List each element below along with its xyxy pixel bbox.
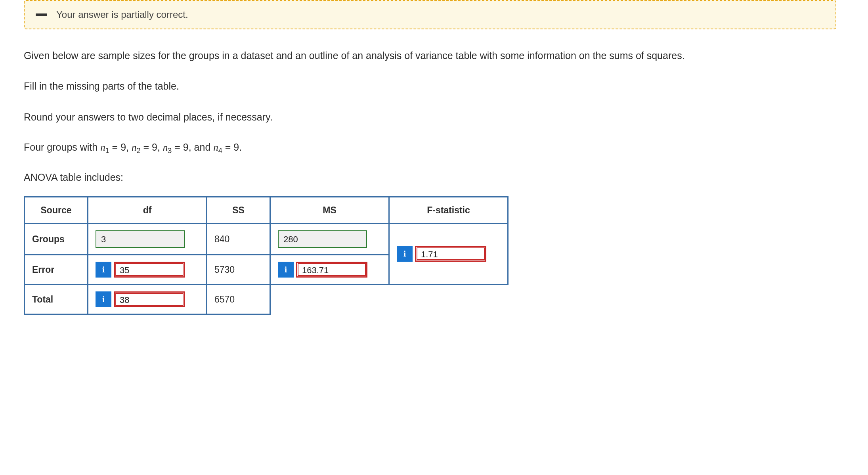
n2-value: 9 (152, 142, 157, 153)
header-f: F-statistic (389, 197, 508, 223)
period: . (239, 142, 242, 153)
row-label-total: Total (25, 284, 88, 314)
info-icon[interactable]: i (278, 262, 294, 278)
error-df-input-wrap: i 35 (96, 262, 185, 278)
info-icon[interactable]: i (96, 262, 111, 278)
eq3: = (174, 142, 183, 153)
intro-paragraph-2: Fill in the missing parts of the table. (24, 79, 836, 94)
row-label-error: Error (25, 255, 88, 284)
header-df: df (88, 197, 207, 223)
intro-paragraph-1: Given below are sample sizes for the gro… (24, 48, 836, 63)
anova-includes-label: ANOVA table includes: (24, 170, 836, 185)
n4-value: 9 (233, 142, 239, 153)
error-ms-input-wrap: i 163.71 (278, 262, 367, 278)
total-ss-value: 6570 (207, 284, 270, 314)
header-ms: MS (270, 197, 389, 223)
eq1: = (112, 142, 121, 153)
feedback-banner: Your answer is partially correct. (24, 0, 836, 29)
groups-prefix: Four groups with (24, 142, 100, 153)
and-text: , and (189, 142, 214, 153)
error-ss-value: 5730 (207, 255, 270, 284)
total-df-input[interactable]: 38 (114, 291, 185, 307)
anova-table: Source df SS MS F-statistic Groups 3 840… (24, 196, 509, 315)
error-ms-input[interactable]: 163.71 (296, 262, 367, 278)
groups-ss-value: 840 (207, 223, 270, 255)
n1-value: 9 (120, 142, 126, 153)
f-stat-input-wrap: i 1.71 (397, 246, 486, 262)
error-df-input[interactable]: 35 (114, 262, 185, 278)
groups-ms-input[interactable]: 280 (278, 230, 367, 248)
n3-value: 9 (183, 142, 189, 153)
total-df-input-wrap: i 38 (96, 291, 185, 307)
table-row-groups: Groups 3 840 280 i 1.71 (25, 223, 508, 255)
eq2: = (143, 142, 152, 153)
eq4: = (225, 142, 234, 153)
info-icon[interactable]: i (397, 246, 413, 262)
groups-df-input[interactable]: 3 (96, 230, 185, 248)
f-stat-input[interactable]: 1.71 (415, 246, 486, 262)
groups-sizes-line: Four groups with n1 = 9, n2 = 9, n3 = 9,… (24, 140, 844, 156)
row-label-groups: Groups (25, 223, 88, 255)
intro-paragraph-3: Round your answers to two decimal places… (24, 110, 836, 125)
feedback-message: Your answer is partially correct. (56, 8, 188, 21)
header-ss: SS (207, 197, 270, 223)
header-source: Source (25, 197, 88, 223)
minus-icon (36, 13, 47, 16)
info-icon[interactable]: i (96, 291, 111, 307)
table-row-total: Total i 38 6570 (25, 284, 508, 314)
